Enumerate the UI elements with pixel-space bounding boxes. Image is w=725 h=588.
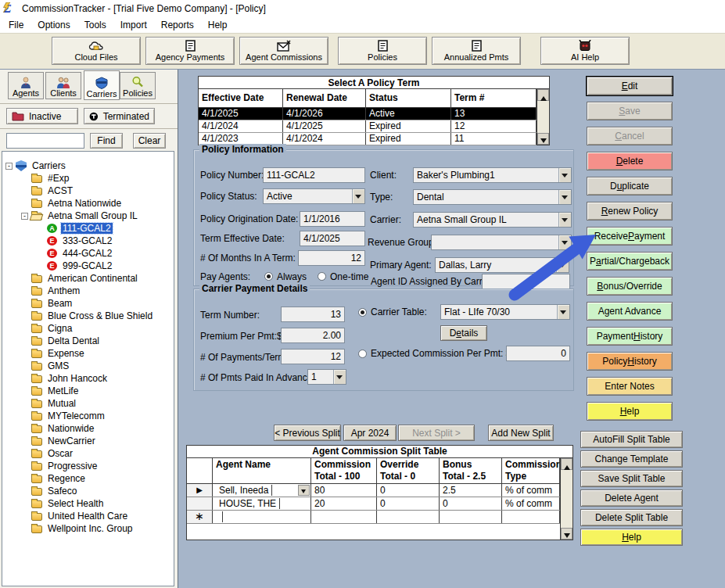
tree-item[interactable]: ACST	[2, 185, 174, 197]
agent-name-column-header[interactable]: Agent Name	[213, 458, 311, 483]
commission-type-cell[interactable]: % of comm	[502, 497, 560, 510]
inactive-filter-button[interactable]: Inactive	[6, 108, 78, 124]
chevron-down-icon[interactable]	[298, 485, 310, 496]
override-cell[interactable]	[377, 511, 440, 523]
tree-expander-icon[interactable]	[21, 488, 28, 495]
policy-history-button[interactable]: Policy History	[587, 352, 673, 371]
cancel-button[interactable]: Cancel	[587, 127, 673, 145]
tree-expander-icon[interactable]	[37, 263, 44, 270]
tree-item[interactable]: - Carriers	[2, 160, 174, 172]
cloud-files-button[interactable]: Cloud Files	[52, 37, 141, 65]
chevron-down-icon[interactable]	[558, 235, 571, 249]
menu-item[interactable]: Import	[113, 18, 154, 32]
type-select[interactable]: Dental	[413, 189, 572, 205]
chevron-down-icon[interactable]	[558, 213, 571, 227]
delete-agent-button[interactable]: Delete Agent	[580, 489, 683, 507]
tree-item[interactable]: Beam	[2, 297, 174, 310]
tree-item[interactable]: Select Health	[2, 497, 174, 510]
tree-item[interactable]: Oscar	[2, 447, 174, 460]
tree-expander-icon[interactable]	[21, 325, 28, 332]
policy-term-column-header[interactable]: Renewal Date	[283, 89, 366, 107]
commission-cell[interactable]: 80	[311, 484, 377, 497]
tree-expander-icon[interactable]	[21, 438, 28, 445]
ai-help-button[interactable]: AI Help	[540, 37, 630, 65]
tab-agents[interactable]: Agents	[8, 72, 44, 99]
tab-clients[interactable]: Clients	[45, 72, 81, 99]
bonus-cell[interactable]: 0	[440, 497, 502, 510]
origination-date-field[interactable]: 1/1/2016	[300, 211, 365, 227]
revenue-group-select[interactable]	[431, 235, 572, 250]
override-cell[interactable]: 0	[377, 484, 440, 497]
autofill-split-table-button[interactable]: AutoFill Split Table	[580, 431, 683, 448]
pmts-in-advance-select[interactable]: 1	[307, 369, 346, 385]
split-table-scrollbar[interactable]	[560, 458, 572, 540]
chevron-down-icon[interactable]	[352, 189, 364, 203]
scroll-up-icon[interactable]	[537, 89, 549, 101]
commission-cell[interactable]: 20	[311, 497, 377, 510]
tree-item[interactable]: Wellpoint Inc. Group	[2, 522, 174, 535]
expected-commission-field[interactable]: 0	[506, 346, 570, 361]
policy-term-row[interactable]: 4/1/2025 4/1/2026 Active 13	[199, 108, 537, 120]
tree-expander-icon[interactable]	[37, 250, 44, 257]
terminated-filter-button[interactable]: Terminated	[84, 108, 155, 124]
tree-expander-icon[interactable]: -	[5, 163, 13, 170]
commission-column-header[interactable]: Commission Total - 100	[311, 458, 377, 483]
tree-expander-icon[interactable]	[21, 300, 28, 307]
renew-policy-button[interactable]: Renew Policy	[587, 202, 673, 220]
menu-item[interactable]: Options	[31, 18, 77, 32]
tree-item[interactable]: Aetna Nationwide	[2, 197, 174, 210]
tree-expander-icon[interactable]	[21, 175, 28, 182]
term-effective-date-field[interactable]: 4/1/2025	[300, 231, 365, 246]
primary-agent-select[interactable]: Dallas, Larry	[435, 257, 569, 273]
tree-item[interactable]: John Hancock	[2, 372, 174, 385]
policy-term-scrollbar[interactable]	[537, 89, 549, 145]
tree-item[interactable]: United Health Care	[2, 510, 174, 522]
tree-item[interactable]: Regence	[2, 472, 174, 485]
scroll-down-icon[interactable]	[537, 133, 549, 145]
split-table-row[interactable]: ▶ Sell, Ineeda 80 0 2.5 % of comm	[187, 484, 560, 497]
agent-name-cell[interactable]: Sell, Ineeda	[213, 484, 311, 497]
scroll-down-icon[interactable]	[561, 528, 572, 540]
agent-name-cell[interactable]	[213, 511, 311, 523]
agent-commissions-button[interactable]: Agent Commissions	[239, 37, 328, 65]
split-table-row[interactable]: HOUSE, THE 20 0 0 % of comm	[187, 497, 560, 511]
agent-name-cell[interactable]: HOUSE, THE	[213, 497, 311, 510]
commission-cell[interactable]	[311, 511, 377, 523]
tree-expander-icon[interactable]	[21, 525, 28, 532]
tree-expander-icon[interactable]: -	[21, 213, 28, 220]
split-table-row[interactable]: ∗	[187, 511, 560, 524]
tree-item[interactable]: A 111-GCAL2	[2, 222, 174, 235]
enter-notes-button[interactable]: Enter Notes	[587, 377, 673, 396]
policies-button[interactable]: Policies	[338, 37, 427, 65]
tree-item[interactable]: E 999-GCAL2	[2, 260, 174, 272]
search-input[interactable]	[6, 133, 84, 149]
partial-chargeback-button[interactable]: Partial/Chargeback	[587, 252, 673, 271]
expected-commission-radio[interactable]	[358, 350, 367, 358]
policy-status-select[interactable]: Active	[263, 188, 365, 204]
previous-split-button[interactable]: < Previous Split	[274, 425, 341, 441]
carrier-table-select[interactable]: Flat - LIfe 70/30	[440, 304, 570, 320]
add-new-split-button[interactable]: Add New Split	[488, 425, 554, 441]
tree-expander-icon[interactable]	[21, 500, 28, 507]
pay-onetime-radio[interactable]	[318, 272, 326, 281]
tree-expander-icon[interactable]	[37, 225, 44, 232]
bonus-column-header[interactable]: Bonus Total - 2.5	[440, 458, 502, 483]
chevron-down-icon[interactable]	[558, 190, 571, 204]
tree-expander-icon[interactable]	[21, 288, 28, 295]
tree-expander-icon[interactable]	[21, 388, 28, 395]
agent-id-field[interactable]	[482, 274, 570, 289]
tree-item[interactable]: Blue Cross & Blue Shield	[2, 310, 174, 322]
annualized-pmts-button[interactable]: Annualized Pmts	[432, 37, 521, 65]
tree-expander-icon[interactable]	[21, 313, 28, 320]
pay-always-radio[interactable]	[264, 272, 273, 281]
tree-item[interactable]: E 444-GCAL2	[2, 247, 174, 260]
tree-expander-icon[interactable]	[21, 413, 28, 420]
tree-item[interactable]: Mutual	[2, 397, 174, 410]
tree-expander-icon[interactable]	[21, 363, 28, 370]
menu-item[interactable]: Tools	[77, 18, 113, 32]
carrier-select[interactable]: Aetna Small Group IL	[413, 212, 572, 228]
tree-expander-icon[interactable]	[37, 238, 44, 245]
policy-number-field[interactable]: 111-GCAL2	[263, 167, 365, 183]
save-button[interactable]: Save	[587, 102, 673, 120]
tree-item[interactable]: MetLife	[2, 385, 174, 397]
